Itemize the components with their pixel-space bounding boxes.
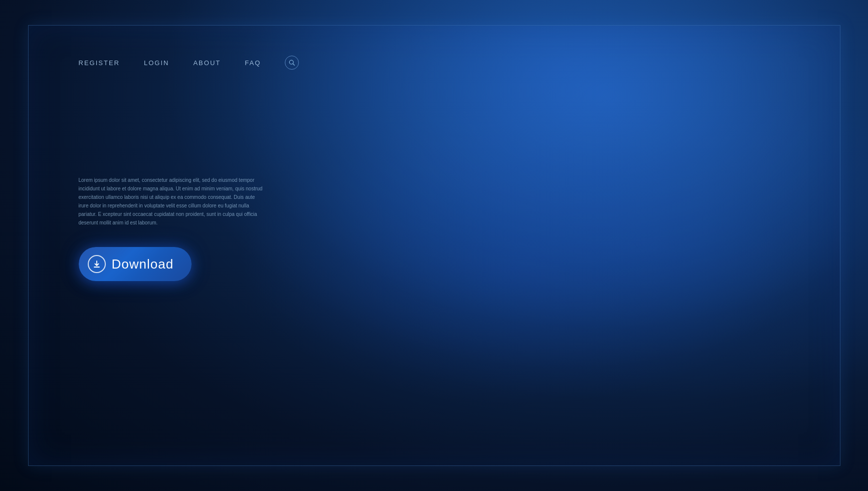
navigation: REGISTER LOGIN ABOUT FAQ — [79, 56, 299, 70]
nav-faq[interactable]: FAQ — [245, 59, 261, 67]
body-text: Lorem ipsum dolor sit amet, consectetur … — [79, 176, 264, 227]
search-icon — [288, 59, 295, 66]
content-area: Lorem ipsum dolor sit amet, consectetur … — [79, 176, 264, 281]
nav-register[interactable]: REGISTER — [79, 59, 120, 67]
search-button[interactable] — [285, 56, 299, 70]
svg-line-1 — [293, 64, 294, 65]
nav-about[interactable]: ABOUT — [193, 59, 221, 67]
download-button-label: Download — [112, 257, 174, 272]
download-icon-circle — [88, 255, 106, 273]
page-wrapper: REGISTER LOGIN ABOUT FAQ Lorem ipsum dol… — [0, 0, 868, 491]
download-icon — [92, 260, 101, 269]
download-button[interactable]: Download — [79, 247, 192, 281]
main-container: REGISTER LOGIN ABOUT FAQ Lorem ipsum dol… — [28, 25, 840, 466]
nav-login[interactable]: LOGIN — [144, 59, 169, 67]
